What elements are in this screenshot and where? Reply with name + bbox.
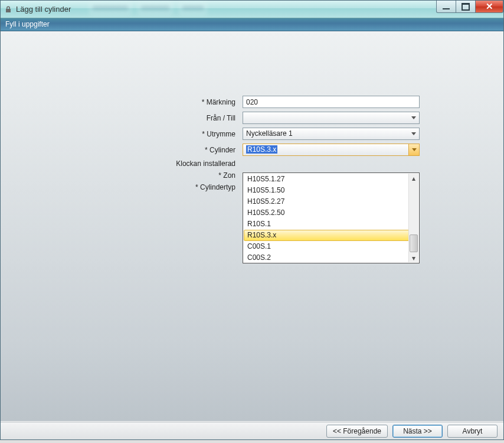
minimize-button[interactable] [436, 1, 456, 13]
scroll-thumb[interactable] [410, 234, 418, 252]
utrymme-selected: Nyckelläsare 1 [246, 129, 293, 138]
scroll-down-icon[interactable]: ▾ [410, 253, 418, 262]
window-controls [437, 1, 503, 14]
titlebar[interactable]: Lägg till cylinder xxxxxxxxxxxxxxxxxxxxx… [1, 1, 503, 18]
dropdown-scrollbar[interactable]: ▴ ▾ [408, 174, 418, 262]
utrymme-combo[interactable]: Nyckelläsare 1 [243, 128, 420, 140]
cylinder-dropdown[interactable]: H10S5.1.27 H10S5.1.50 H10S5.2.27 H10S5.2… [243, 172, 420, 263]
next-button[interactable]: Nästa >> [392, 425, 443, 438]
markning-input[interactable] [243, 96, 420, 108]
zon-label: * Zon [1, 171, 237, 180]
markning-label: * Märkning [1, 98, 237, 106]
window-title: Lägg till cylinder [16, 5, 71, 14]
cylinder-option-list: H10S5.1.27 H10S5.1.50 H10S5.2.27 H10S5.2… [244, 174, 418, 262]
prev-button[interactable]: << Föregående [326, 425, 388, 438]
background-blur: xxxxxxxxxxxxxxxxxxxxxxxx [89, 2, 313, 15]
utrymme-label: * Utrymme [1, 130, 237, 138]
cylinder-option[interactable]: H10S5.1.27 [244, 174, 418, 185]
cancel-button[interactable]: Avbryt [447, 425, 498, 438]
maximize-button[interactable] [456, 1, 476, 13]
cylindertyp-label: * Cylindertyp [1, 183, 237, 191]
cylinder-option[interactable]: R10S.1 [244, 219, 418, 230]
cylinder-option[interactable]: H10S5.1.50 [244, 185, 418, 196]
cylinder-option[interactable]: C00S.2 [244, 252, 418, 263]
window: Lägg till cylinder xxxxxxxxxxxxxxxxxxxxx… [0, 0, 504, 440]
cylinder-option[interactable]: H10S5.2.50 [244, 207, 418, 219]
klockan-label: Klockan installerad [1, 159, 237, 168]
fran-till-label: Från / Till [1, 114, 237, 122]
wizard-footer: << Föregående Nästa >> Avbryt [1, 422, 503, 439]
cylinder-selected: R10S.3.x [246, 145, 277, 154]
lock-icon [4, 5, 12, 14]
chevron-down-icon [408, 112, 419, 123]
content-area: * Märkning Från / Till * Utrymme Nyckell… [1, 31, 503, 421]
cylinder-label: * Cylinder [1, 146, 237, 154]
scroll-up-icon[interactable]: ▴ [410, 174, 418, 183]
chevron-down-icon [408, 128, 419, 139]
cylinder-option[interactable]: C00S.1 [244, 241, 418, 252]
fran-till-combo[interactable] [243, 112, 420, 124]
cylinder-option[interactable]: H10S5.2.27 [244, 196, 418, 207]
wizard-step-title: Fyll i uppgifter [1, 18, 503, 31]
cylinder-option-highlighted[interactable]: R10S.3.x [244, 230, 418, 241]
cylinder-combo[interactable]: R10S.3.x [243, 144, 420, 156]
chevron-down-icon [408, 144, 419, 155]
close-button[interactable] [475, 1, 503, 13]
